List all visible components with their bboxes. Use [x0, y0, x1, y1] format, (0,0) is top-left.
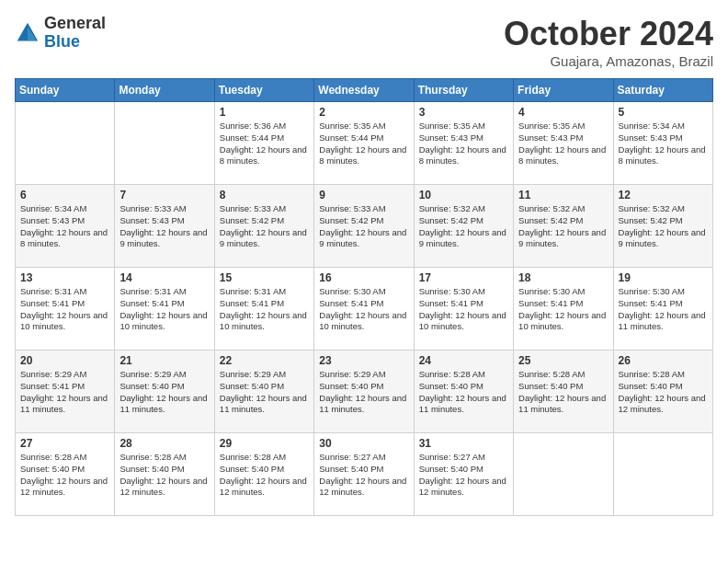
day-number: 31: [419, 437, 508, 450]
day-number: 11: [518, 189, 608, 201]
day-number: 19: [619, 271, 708, 284]
title-block: October 2024 Guajara, Amazonas, Brazil: [504, 15, 713, 69]
cell-info: Sunrise: 5:28 AM Sunset: 5:40 PM Dayligh…: [220, 452, 309, 499]
weekday-saturday: Saturday: [613, 79, 712, 102]
logo-text: GeneralBlue: [44, 15, 106, 52]
cell-info: Sunrise: 5:35 AM Sunset: 5:43 PM Dayligh…: [419, 121, 508, 167]
day-number: 18: [518, 271, 608, 284]
cell-info: Sunrise: 5:32 AM Sunset: 5:42 PM Dayligh…: [619, 203, 708, 250]
day-number: 28: [119, 437, 209, 450]
weekday-monday: Monday: [115, 79, 214, 102]
day-number: 4: [518, 106, 608, 119]
cell-info: Sunrise: 5:28 AM Sunset: 5:40 PM Dayligh…: [119, 452, 209, 499]
day-number: 17: [419, 271, 508, 284]
calendar-body: 1Sunrise: 5:36 AM Sunset: 5:44 PM Daylig…: [16, 102, 713, 516]
calendar-cell: 18Sunrise: 5:30 AM Sunset: 5:41 PM Dayli…: [514, 268, 613, 350]
cell-info: Sunrise: 5:29 AM Sunset: 5:41 PM Dayligh…: [20, 369, 109, 416]
week-row-5: 27Sunrise: 5:28 AM Sunset: 5:40 PM Dayli…: [16, 433, 713, 516]
cell-info: Sunrise: 5:34 AM Sunset: 5:43 PM Dayligh…: [20, 203, 109, 250]
calendar-table: SundayMondayTuesdayWednesdayThursdayFrid…: [15, 78, 713, 516]
day-number: 27: [20, 437, 109, 450]
cell-info: Sunrise: 5:30 AM Sunset: 5:41 PM Dayligh…: [619, 286, 708, 333]
cell-info: Sunrise: 5:34 AM Sunset: 5:43 PM Dayligh…: [619, 121, 708, 167]
calendar-cell: 30Sunrise: 5:27 AM Sunset: 5:40 PM Dayli…: [314, 433, 414, 516]
day-number: 3: [419, 106, 508, 119]
day-number: 13: [20, 271, 109, 284]
week-row-4: 20Sunrise: 5:29 AM Sunset: 5:41 PM Dayli…: [16, 350, 713, 433]
day-number: 1: [220, 106, 309, 119]
day-number: 14: [119, 271, 209, 284]
day-number: 22: [220, 354, 309, 367]
week-row-3: 13Sunrise: 5:31 AM Sunset: 5:41 PM Dayli…: [16, 268, 713, 350]
cell-info: Sunrise: 5:28 AM Sunset: 5:40 PM Dayligh…: [619, 369, 708, 416]
day-number: 29: [220, 437, 309, 450]
logo-icon: [15, 20, 40, 46]
cell-info: Sunrise: 5:29 AM Sunset: 5:40 PM Dayligh…: [119, 369, 209, 416]
cell-info: Sunrise: 5:33 AM Sunset: 5:43 PM Dayligh…: [119, 203, 209, 250]
weekday-friday: Friday: [514, 79, 613, 102]
calendar-cell: 24Sunrise: 5:28 AM Sunset: 5:40 PM Dayli…: [414, 350, 513, 433]
calendar-cell: 19Sunrise: 5:30 AM Sunset: 5:41 PM Dayli…: [613, 268, 712, 350]
weekday-wednesday: Wednesday: [314, 79, 414, 102]
day-number: 6: [20, 189, 109, 201]
cell-info: Sunrise: 5:30 AM Sunset: 5:41 PM Dayligh…: [518, 286, 608, 333]
cell-info: Sunrise: 5:32 AM Sunset: 5:42 PM Dayligh…: [419, 203, 508, 250]
calendar-cell: 14Sunrise: 5:31 AM Sunset: 5:41 PM Dayli…: [115, 268, 214, 350]
calendar-cell: [613, 433, 712, 516]
calendar-cell: 29Sunrise: 5:28 AM Sunset: 5:40 PM Dayli…: [214, 433, 313, 516]
day-number: 10: [419, 189, 508, 201]
week-row-1: 1Sunrise: 5:36 AM Sunset: 5:44 PM Daylig…: [16, 102, 713, 185]
cell-info: Sunrise: 5:27 AM Sunset: 5:40 PM Dayligh…: [319, 452, 408, 499]
calendar-cell: [115, 102, 214, 185]
cell-info: Sunrise: 5:31 AM Sunset: 5:41 PM Dayligh…: [119, 286, 209, 333]
day-number: 24: [419, 354, 508, 367]
weekday-thursday: Thursday: [414, 79, 513, 102]
calendar-cell: [16, 102, 115, 185]
day-number: 7: [119, 189, 209, 201]
calendar-cell: 11Sunrise: 5:32 AM Sunset: 5:42 PM Dayli…: [514, 185, 613, 268]
cell-info: Sunrise: 5:27 AM Sunset: 5:40 PM Dayligh…: [419, 452, 508, 499]
calendar-cell: 15Sunrise: 5:31 AM Sunset: 5:41 PM Dayli…: [214, 268, 313, 350]
calendar-cell: [514, 433, 613, 516]
cell-info: Sunrise: 5:35 AM Sunset: 5:44 PM Dayligh…: [319, 121, 408, 167]
calendar-cell: 23Sunrise: 5:29 AM Sunset: 5:40 PM Dayli…: [314, 350, 414, 433]
week-row-2: 6Sunrise: 5:34 AM Sunset: 5:43 PM Daylig…: [16, 185, 713, 268]
calendar-cell: 27Sunrise: 5:28 AM Sunset: 5:40 PM Dayli…: [16, 433, 115, 516]
calendar-cell: 10Sunrise: 5:32 AM Sunset: 5:42 PM Dayli…: [414, 185, 513, 268]
day-number: 2: [319, 106, 408, 119]
cell-info: Sunrise: 5:30 AM Sunset: 5:41 PM Dayligh…: [419, 286, 508, 333]
calendar-cell: 28Sunrise: 5:28 AM Sunset: 5:40 PM Dayli…: [115, 433, 214, 516]
calendar-cell: 3Sunrise: 5:35 AM Sunset: 5:43 PM Daylig…: [414, 102, 513, 185]
calendar-cell: 7Sunrise: 5:33 AM Sunset: 5:43 PM Daylig…: [115, 185, 214, 268]
calendar-cell: 25Sunrise: 5:28 AM Sunset: 5:40 PM Dayli…: [514, 350, 613, 433]
cell-info: Sunrise: 5:28 AM Sunset: 5:40 PM Dayligh…: [419, 369, 508, 416]
page-header: GeneralBlue October 2024 Guajara, Amazon…: [15, 15, 713, 69]
calendar-cell: 8Sunrise: 5:33 AM Sunset: 5:42 PM Daylig…: [214, 185, 313, 268]
calendar-cell: 20Sunrise: 5:29 AM Sunset: 5:41 PM Dayli…: [16, 350, 115, 433]
cell-info: Sunrise: 5:28 AM Sunset: 5:40 PM Dayligh…: [20, 452, 109, 499]
day-number: 26: [619, 354, 708, 367]
day-number: 5: [619, 106, 708, 119]
day-number: 30: [319, 437, 408, 450]
weekday-tuesday: Tuesday: [214, 79, 313, 102]
calendar-cell: 16Sunrise: 5:30 AM Sunset: 5:41 PM Dayli…: [314, 268, 414, 350]
cell-info: Sunrise: 5:30 AM Sunset: 5:41 PM Dayligh…: [319, 286, 408, 333]
cell-info: Sunrise: 5:32 AM Sunset: 5:42 PM Dayligh…: [518, 203, 608, 250]
calendar-cell: 2Sunrise: 5:35 AM Sunset: 5:44 PM Daylig…: [314, 102, 414, 185]
calendar-cell: 4Sunrise: 5:35 AM Sunset: 5:43 PM Daylig…: [514, 102, 613, 185]
calendar-cell: 12Sunrise: 5:32 AM Sunset: 5:42 PM Dayli…: [613, 185, 712, 268]
calendar-cell: 9Sunrise: 5:33 AM Sunset: 5:42 PM Daylig…: [314, 185, 414, 268]
calendar-cell: 5Sunrise: 5:34 AM Sunset: 5:43 PM Daylig…: [613, 102, 712, 185]
cell-info: Sunrise: 5:31 AM Sunset: 5:41 PM Dayligh…: [20, 286, 109, 333]
cell-info: Sunrise: 5:33 AM Sunset: 5:42 PM Dayligh…: [319, 203, 408, 250]
month-title: October 2024: [504, 15, 713, 53]
day-number: 20: [20, 354, 109, 367]
weekday-header-row: SundayMondayTuesdayWednesdayThursdayFrid…: [16, 79, 713, 102]
calendar-cell: 22Sunrise: 5:29 AM Sunset: 5:40 PM Dayli…: [214, 350, 313, 433]
day-number: 12: [619, 189, 708, 201]
cell-info: Sunrise: 5:33 AM Sunset: 5:42 PM Dayligh…: [220, 203, 309, 250]
day-number: 25: [518, 354, 608, 367]
calendar-cell: 21Sunrise: 5:29 AM Sunset: 5:40 PM Dayli…: [115, 350, 214, 433]
cell-info: Sunrise: 5:31 AM Sunset: 5:41 PM Dayligh…: [220, 286, 309, 333]
logo: GeneralBlue: [15, 15, 106, 52]
